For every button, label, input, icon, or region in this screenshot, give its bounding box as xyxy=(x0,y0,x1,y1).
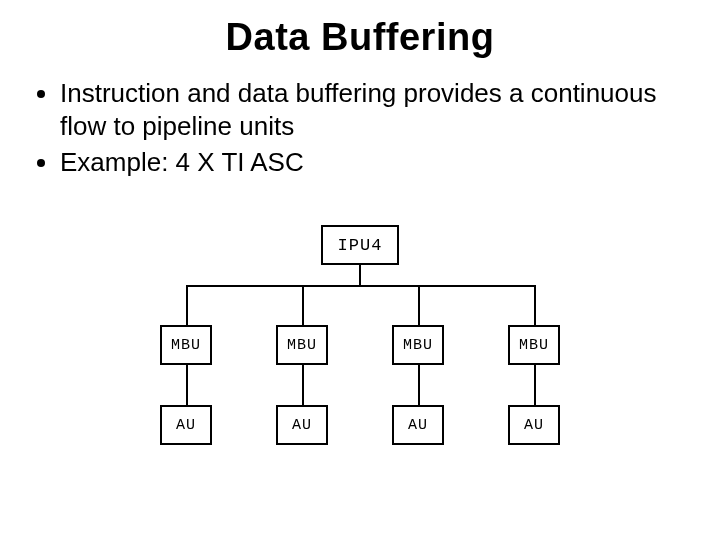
connector xyxy=(186,285,188,325)
connector xyxy=(534,285,536,325)
slide: Data Buffering Instruction and data buff… xyxy=(0,0,720,540)
diagram-node-au: AU xyxy=(276,405,328,445)
diagram-node-au: AU xyxy=(160,405,212,445)
node-label: AU xyxy=(524,417,544,434)
connector xyxy=(418,365,420,405)
diagram-node-au: AU xyxy=(392,405,444,445)
connector xyxy=(302,365,304,405)
connector xyxy=(359,265,361,285)
connector xyxy=(534,365,536,405)
page-title: Data Buffering xyxy=(30,16,690,59)
node-label: AU xyxy=(408,417,428,434)
node-label: MBU xyxy=(287,337,317,354)
connector xyxy=(186,365,188,405)
node-label: AU xyxy=(292,417,312,434)
diagram-node-au: AU xyxy=(508,405,560,445)
node-label: AU xyxy=(176,417,196,434)
node-label: MBU xyxy=(403,337,433,354)
diagram-node-mbu: MBU xyxy=(392,325,444,365)
diagram-node-mbu: MBU xyxy=(160,325,212,365)
bullet-item: Instruction and data buffering provides … xyxy=(60,77,690,142)
node-label: MBU xyxy=(171,337,201,354)
diagram-node-mbu: MBU xyxy=(508,325,560,365)
connector xyxy=(186,285,534,287)
node-label: MBU xyxy=(519,337,549,354)
diagram-node-ipu: IPU4 xyxy=(321,225,399,265)
connector xyxy=(418,285,420,325)
hierarchy-diagram: IPU4 MBU AU MBU AU MBU AU xyxy=(150,225,570,505)
connector xyxy=(302,285,304,325)
node-label: IPU4 xyxy=(338,236,383,255)
bullet-item: Example: 4 X TI ASC xyxy=(60,146,690,179)
diagram-node-mbu: MBU xyxy=(276,325,328,365)
bullet-list: Instruction and data buffering provides … xyxy=(38,77,690,179)
